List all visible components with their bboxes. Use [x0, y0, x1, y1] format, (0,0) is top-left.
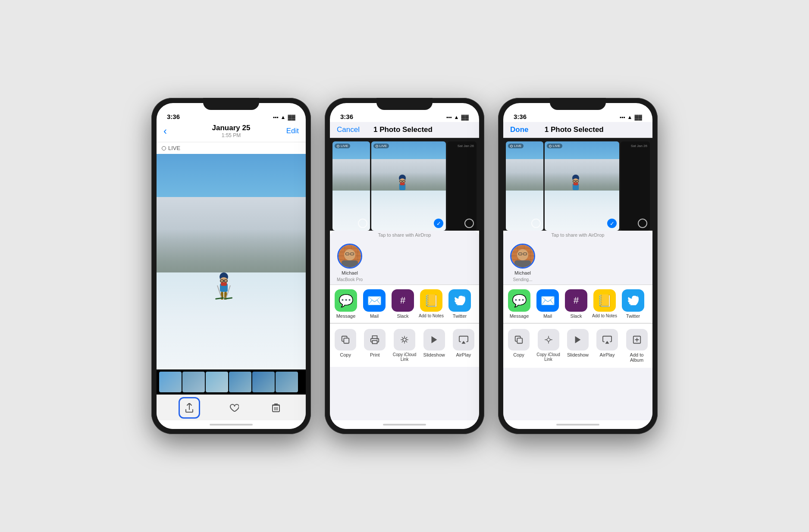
message-label-3: Message [510, 313, 529, 319]
airdrop-hint-3: Tap to share with AirDrop [503, 231, 652, 239]
icloud-icon [394, 329, 415, 350]
app-mail[interactable]: ✉️ Mail [362, 289, 387, 319]
michael-avatar-3 [510, 244, 535, 269]
share-button[interactable] [179, 397, 200, 419]
action-add-album-3[interactable]: Add to Album [623, 329, 651, 363]
app-message[interactable]: 💬 Message [333, 289, 358, 319]
slideshow-label-3: Slideshow [567, 352, 589, 357]
battery-icon-3: ▓▓ [635, 114, 643, 120]
notes-label: Add to Notes [419, 313, 444, 318]
action-icloud[interactable]: Copy iCloud Link [390, 329, 418, 362]
slack-icon: # [392, 289, 414, 312]
thumb-2[interactable] [182, 372, 205, 392]
thumbnail-strip [157, 369, 306, 394]
preview-photo-3[interactable]: Sat Jan 26 [447, 141, 477, 231]
airplay-icon [453, 329, 474, 350]
trash-button[interactable] [268, 400, 284, 416]
svg-rect-24 [373, 341, 377, 344]
print-label: Print [370, 352, 380, 357]
phone-frame-2: 3:36 ▪▪▪ ▲ ▓▓ Cancel 1 Photo Selected [325, 98, 484, 434]
action-icloud-3[interactable]: Copy iCloud Link [534, 329, 562, 363]
app-mail-3[interactable]: ✉️ Mail [535, 289, 560, 319]
signal-icon-2: ▪▪▪ [446, 114, 452, 120]
phone-1: 3:36 ▪▪▪ ▲ ▓▓ ‹ January 25 1:55 PM Edit [151, 98, 311, 434]
app-notes[interactable]: 📒 Add to Notes [419, 289, 444, 319]
actions-row-2: Copy Print [330, 323, 479, 367]
actions-row-3: Copy Copy iCloud Link [503, 323, 652, 368]
slideshow-label: Slideshow [423, 352, 445, 357]
svg-rect-23 [344, 338, 349, 343]
notes-icon-3: 📒 [593, 289, 616, 312]
notch-3 [550, 98, 606, 110]
screen-1: 3:36 ▪▪▪ ▲ ▓▓ ‹ January 25 1:55 PM Edit [157, 103, 306, 429]
share-panel-3: Tap to share with AirDrop [503, 231, 652, 420]
preview-photo-3c[interactable]: Sat Jan 26 [621, 141, 650, 231]
app-twitter-3[interactable]: Twitter [621, 289, 646, 319]
preview-photo-2[interactable]: LIVE ✓ [371, 141, 446, 231]
status-time-1: 3:36 [167, 113, 180, 120]
unselect-circle-3c [638, 219, 647, 228]
unselect-circle-3 [464, 219, 474, 228]
airdrop-person-michael[interactable]: Michael MacBook Pro [337, 244, 363, 282]
notes-icon: 📒 [420, 289, 442, 312]
status-time-2: 3:36 [340, 113, 353, 120]
svg-marker-27 [461, 341, 465, 344]
mail-icon-3: ✉️ [536, 289, 559, 312]
preview-photo-3b[interactable]: LIVE ✓ [545, 141, 620, 231]
heart-button[interactable] [226, 400, 242, 416]
wifi-icon-2: ▲ [454, 114, 459, 120]
action-copy[interactable]: Copy [332, 329, 359, 362]
action-print[interactable]: Print [361, 329, 389, 362]
preview-photo-1[interactable]: LIVE [332, 141, 370, 231]
action-copy-3[interactable]: Copy [505, 329, 533, 363]
slideshow-icon [423, 329, 445, 350]
home-indicator-2 [330, 420, 479, 429]
svg-point-25 [377, 339, 378, 340]
app-icons-row-2: 💬 Message ✉️ Mail # Slack 📒 [330, 285, 479, 323]
skier-svg-2 [394, 171, 411, 206]
nav-bar-1: ‹ January 25 1:55 PM Edit [157, 122, 306, 142]
preview-photo-3a[interactable]: LIVE [506, 141, 543, 231]
twitter-label: Twitter [453, 313, 467, 319]
slack-label: Slack [397, 313, 409, 319]
nav-title-1: January 25 1:55 PM [185, 124, 277, 138]
message-label: Message [336, 313, 356, 319]
thumb-1[interactable] [159, 372, 182, 392]
cancel-button[interactable]: Cancel [337, 125, 360, 134]
action-airplay-3[interactable]: AirPlay [593, 329, 621, 363]
action-slideshow-3[interactable]: Slideshow [564, 329, 592, 363]
app-slack[interactable]: # Slack [390, 289, 415, 319]
twitter-icon [448, 289, 471, 312]
airdrop-person-michael-3[interactable]: Michael Sending... [510, 244, 535, 282]
back-button[interactable]: ‹ [163, 125, 185, 137]
share-panel-2: Tap to share with AirDrop [330, 231, 479, 420]
thumb-6[interactable] [276, 372, 298, 392]
copy-icon [335, 329, 356, 350]
thumb-3[interactable] [206, 372, 228, 392]
wifi-icon-3: ▲ [627, 114, 633, 120]
done-button[interactable]: Done [510, 125, 529, 134]
share-nav-3: Done 1 Photo Selected [503, 122, 652, 138]
mail-icon: ✉️ [363, 289, 386, 312]
mail-label-3: Mail [543, 313, 552, 319]
thumb-4[interactable] [229, 372, 251, 392]
app-slack-3[interactable]: # Slack [564, 289, 589, 319]
action-airplay[interactable]: AirPlay [450, 329, 477, 362]
share-title-3: 1 Photo Selected [545, 125, 604, 134]
svg-rect-22 [400, 182, 404, 185]
home-bar-3 [556, 424, 599, 426]
action-slideshow[interactable]: Slideshow [420, 329, 448, 362]
thumb-5[interactable] [252, 372, 275, 392]
app-message-3[interactable]: 💬 Message [507, 289, 532, 319]
unselect-circle-3a [531, 219, 541, 228]
app-notes-3[interactable]: 📒 Add to Notes [592, 289, 617, 319]
michael-sub: MacBook Pro [337, 277, 363, 282]
app-twitter[interactable]: Twitter [447, 289, 472, 319]
mail-label: Mail [370, 313, 379, 319]
message-icon: 💬 [335, 289, 357, 312]
phone-3: 3:36 ▪▪▪ ▲ ▓▓ Done 1 Photo Selected [498, 98, 658, 434]
edit-button[interactable]: Edit [277, 127, 299, 135]
photos-preview-3: LIVE [503, 138, 652, 231]
ski-photo-bg [157, 154, 306, 369]
print-icon [364, 329, 386, 350]
